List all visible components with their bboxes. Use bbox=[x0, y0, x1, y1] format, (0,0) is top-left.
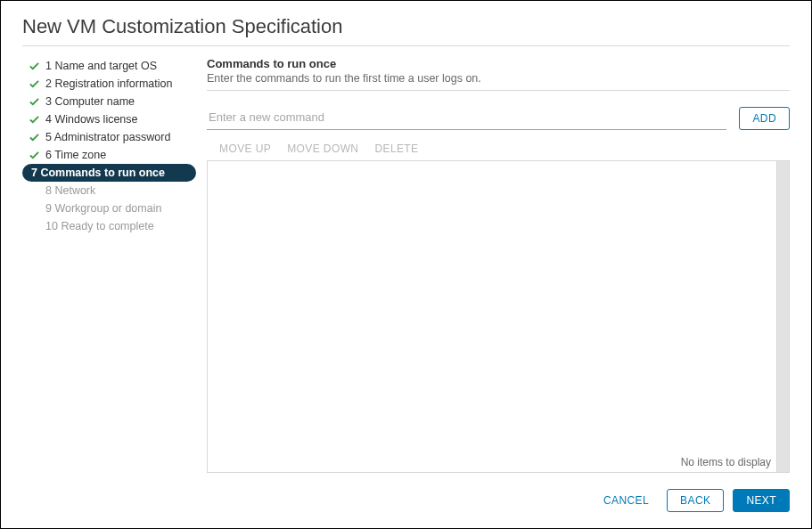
no-items-text: No items to display bbox=[681, 456, 771, 468]
step-ready-complete: 10 Ready to complete bbox=[22, 217, 196, 235]
step-workgroup-domain: 9 Workgroup or domain bbox=[22, 199, 196, 217]
step-windows-license[interactable]: 4 Windows license bbox=[22, 110, 196, 128]
step-name-target-os[interactable]: 1 Name and target OS bbox=[22, 57, 196, 75]
list-action-bar: MOVE UP MOVE DOWN DELETE bbox=[207, 142, 790, 155]
add-button[interactable]: ADD bbox=[739, 107, 790, 130]
check-icon bbox=[28, 61, 40, 71]
delete-button: DELETE bbox=[374, 142, 418, 155]
step-label: 1 Name and target OS bbox=[45, 60, 157, 72]
check-icon bbox=[28, 151, 40, 160]
step-computer-name[interactable]: 3 Computer name bbox=[22, 93, 196, 110]
step-administrator-password[interactable]: 5 Administrator password bbox=[22, 128, 196, 146]
section-description: Enter the commands to run the first time… bbox=[207, 72, 790, 85]
step-commands-run-once[interactable]: 7 Commands to run once bbox=[22, 164, 196, 182]
scrollbar[interactable] bbox=[776, 161, 789, 472]
command-input[interactable] bbox=[207, 107, 726, 130]
dialog-title: New VM Customization Specification bbox=[22, 15, 790, 45]
step-label: 10 Ready to complete bbox=[45, 220, 154, 232]
step-label: 7 Commands to run once bbox=[31, 167, 165, 179]
check-icon bbox=[28, 79, 40, 89]
step-time-zone[interactable]: 6 Time zone bbox=[22, 146, 196, 164]
list-content bbox=[208, 161, 776, 472]
step-label: 5 Administrator password bbox=[45, 131, 170, 143]
step-label: 2 Registration information bbox=[45, 77, 172, 90]
section-divider bbox=[207, 90, 790, 91]
section-title: Commands to run once bbox=[207, 57, 790, 70]
dialog-footer: CANCEL BACK NEXT bbox=[207, 473, 790, 528]
step-label: 6 Time zone bbox=[45, 149, 106, 161]
step-label: 3 Computer name bbox=[45, 95, 135, 108]
commands-list: No items to display bbox=[207, 160, 790, 473]
step-network: 8 Network bbox=[22, 182, 196, 199]
check-icon bbox=[28, 115, 40, 125]
step-label: 4 Windows license bbox=[45, 113, 138, 126]
check-icon bbox=[28, 97, 40, 107]
next-button[interactable]: NEXT bbox=[733, 489, 790, 512]
move-up-button: MOVE UP bbox=[219, 142, 271, 155]
check-icon bbox=[28, 133, 40, 142]
cancel-button[interactable]: CANCEL bbox=[595, 490, 658, 511]
wizard-sidebar: 1 Name and target OS 2 Registration info… bbox=[22, 57, 196, 528]
move-down-button: MOVE DOWN bbox=[287, 142, 358, 155]
step-label: 8 Network bbox=[45, 184, 95, 197]
step-label: 9 Workgroup or domain bbox=[45, 202, 161, 215]
step-registration-information[interactable]: 2 Registration information bbox=[22, 75, 196, 93]
main-panel: Commands to run once Enter the commands … bbox=[196, 57, 790, 528]
title-divider bbox=[22, 45, 790, 46]
back-button[interactable]: BACK bbox=[667, 489, 724, 512]
